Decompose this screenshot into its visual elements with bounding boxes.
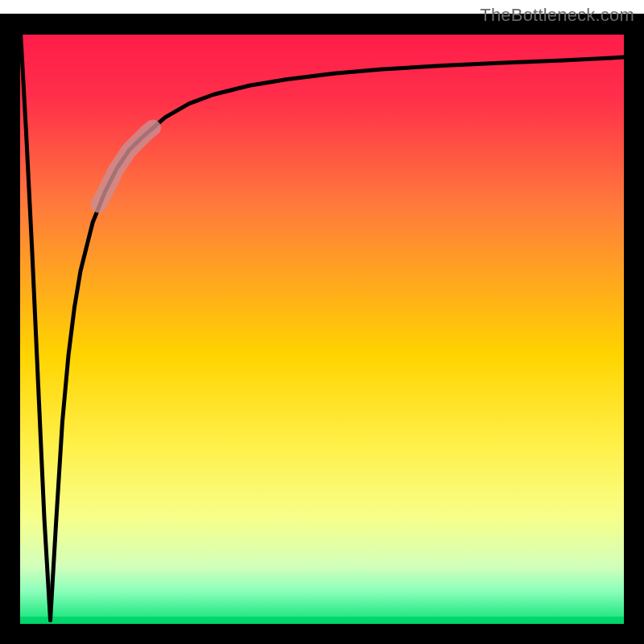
attribution-label: TheBottleneck.com [480,5,634,26]
chart-canvas [0,0,644,644]
plot-background [20,24,624,626]
bottleneck-chart: TheBottleneck.com [0,0,644,644]
